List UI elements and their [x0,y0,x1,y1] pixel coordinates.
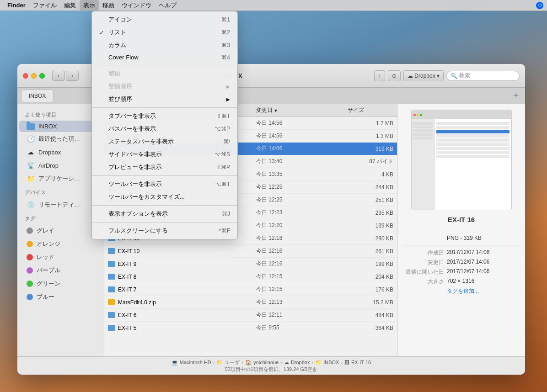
sidebar-item-airdrop[interactable]: 📡 AirDrop [19,159,102,172]
menu-label-sort: 整頓 [108,69,230,78]
file-row-date: 今日 12:20 [256,222,348,229]
forward-button[interactable]: › [66,71,79,81]
breadcrumb-file[interactable]: EX-IT 16 [351,360,371,365]
tab-inbox[interactable]: INBOX [21,90,54,102]
sidebar-item-remote[interactable]: 💿 リモートディ… [19,198,102,211]
menu-divider-4 [92,205,237,206]
dropbox-menubar-icon[interactable]: ⬡ [536,2,543,9]
sidebar-tag-blue[interactable]: ブルー [19,291,102,303]
view-menu-dropdown: アイコン ⌘1 ✓ リスト ⌘2 カラム ⌘3 Cover Flow ⌘4 整頓… [91,11,238,239]
file-row-date: 今日 12:13 [256,298,348,306]
close-button[interactable] [23,73,28,79]
breadcrumb-icon-dropbox: ☁ [284,360,289,366]
breadcrumb-inbox[interactable]: INBOX [323,360,339,365]
sidebar-tag-gray[interactable]: グレイ [19,224,102,237]
menu-view[interactable]: 表示 [80,0,99,11]
menu-item-hide-toolbar[interactable]: ツールバーを非表示 ⌥⌘T [92,178,237,191]
sidebar-tag-blue-label: ブルー [37,293,54,301]
file-row[interactable]: EX-IT 9 今日 12:16 199 KB [104,258,397,270]
share-button[interactable]: ↑ [374,70,385,81]
menu-item-hide-pathbar[interactable]: パスバーを非表示 ⌥⌘P [92,122,237,135]
file-row[interactable]: EX-IT 5 今日 9:55 364 KB [104,322,397,334]
menu-shortcut-fullscreen: ^⌘F [219,228,230,234]
menu-label-show-options: 表示オプションを表示 [108,210,222,218]
file-row-date: 今日 14:56 [256,132,348,140]
sidebar-tag-orange[interactable]: オレンジ [19,238,102,250]
status-text: 53項目中の1項目を選択、139.24 GB空き [225,366,318,373]
menu-item-coverflow-view[interactable]: Cover Flow ⌘4 [92,52,237,63]
add-tab-button[interactable]: + [510,90,521,101]
file-row[interactable]: EX-IT 7 今日 12:15 176 KB [104,283,397,296]
menu-divider-1 [92,65,237,65]
file-row-size: 235 KB [348,210,393,216]
search-box[interactable]: 🔍 検索 [446,71,520,81]
file-row-date: 今日 12:16 [256,260,348,268]
menu-item-show-view-options[interactable]: 表示オプションを表示 ⌘J [92,207,237,220]
sidebar-tag-red[interactable]: レッド [19,251,102,264]
tag-dot-orange [27,241,33,247]
sidebar-item-dropbox[interactable]: ☁ Dropbox [19,146,102,159]
breadcrumb-users[interactable]: ユーザ [225,359,240,366]
file-row[interactable]: EX-IT 10 今日 12:16 261 KB [104,245,397,258]
ps-dot-red [413,114,416,116]
sidebar-dropbox-label: Dropbox [38,149,61,156]
menu-help[interactable]: ヘルプ [155,0,180,11]
disk-icon: 💿 [27,201,35,209]
preview-tag-link[interactable]: タグを追加... [447,287,520,295]
menu-app-name[interactable]: Finder [4,0,29,11]
menu-go[interactable]: 移動 [99,0,118,11]
file-row-size: 176 KB [348,286,393,293]
file-row-date: 今日 12:11 [256,311,348,319]
file-row[interactable]: EX-IT 6 今日 12:11 484 KB [104,309,397,322]
file-row[interactable]: EX-IT 8 今日 12:15 204 KB [104,270,397,283]
breadcrumb-dropbox[interactable]: Dropbox [291,360,310,365]
file-row-size: 199 KB [348,261,393,267]
menu-divider-3 [92,175,237,176]
sidebar-tag-green[interactable]: グリーン [19,277,102,290]
menu-arrow-arrange: ▶ [226,97,230,102]
menu-shortcut-hide-tabbar: ⇧⌘T [217,113,230,119]
dropbox-button[interactable]: ☁ Dropbox ▾ [403,70,444,81]
breadcrumb-user[interactable]: yoichiinoue [253,360,279,365]
col-header-date[interactable]: 変更日 ▾ [256,106,348,114]
minimize-button[interactable] [31,73,37,79]
menu-item-hide-preview[interactable]: プレビューを非表示 ⇧⌘P [92,161,237,174]
menu-item-arrange-by[interactable]: 並び順序 ▶ [92,93,237,106]
menu-edit[interactable]: 編集 [60,0,80,11]
menu-item-customize-toolbar[interactable]: ツールバーをカスタマイズ... [92,191,237,203]
file-row-name: EX-IT 8 [108,274,256,280]
back-button[interactable]: ‹ [52,71,65,81]
file-row-size: 15.2 MB [348,299,393,306]
menu-item-hide-statusbar[interactable]: ステータスバーを非表示 ⌘/ [92,135,237,148]
sidebar-item-apps[interactable]: 📁 アプリケーシ… [19,172,102,185]
menu-file[interactable]: ファイル [29,0,60,11]
zoom-button[interactable] [39,73,45,79]
menu-label-list: リスト [108,28,221,37]
menu-window[interactable]: ウインドウ [118,0,155,11]
file-row-name: EX-IT 10 [108,248,256,254]
menu-item-column-view[interactable]: カラム ⌘3 [92,39,237,52]
sidebar-item-inbox[interactable]: INBOX [19,121,102,132]
file-row[interactable]: MarsEdit4.0.zip 今日 12:13 15.2 MB [104,296,397,309]
menu-item-hide-tabbar[interactable]: タブバーを非表示 ⇧⌘T [92,110,237,122]
sidebar-tag-purple[interactable]: パープル [19,264,102,277]
dropbox-btn-label: ☁ Dropbox ▾ [408,73,440,79]
menu-item-fullscreen[interactable]: フルスクリーンにする ^⌘F [92,224,237,237]
breadcrumb-sep-5: › [341,360,343,365]
menu-check-list: ✓ [99,29,108,36]
file-row-size: 204 KB [348,274,393,280]
menu-shortcut-hide-toolbar: ⌥⌘T [215,181,230,187]
preview-opened-label: 最後に開いた日 [403,268,444,276]
tag-dot-blue [27,294,33,300]
tag-button[interactable]: ⊙ [388,70,401,81]
breadcrumb-hd[interactable]: Macintosh HD [180,360,211,365]
file-icon [108,286,115,292]
sidebar-item-recent[interactable]: 🕐 最近使った項… [19,132,102,145]
file-row-date: 今日 12:23 [256,209,348,217]
menu-item-list-view[interactable]: ✓ リスト ⌘2 [92,26,237,39]
menu-item-icon-view[interactable]: アイコン ⌘1 [92,13,237,26]
sidebar-tag-purple-label: パープル [37,266,60,275]
file-row-size: 1.7 MB [348,120,393,127]
menu-item-hide-sidebar[interactable]: サイドバーを非表示 ⌥⌘S [92,148,237,161]
sidebar-apps-label: アプリケーシ… [38,175,80,183]
